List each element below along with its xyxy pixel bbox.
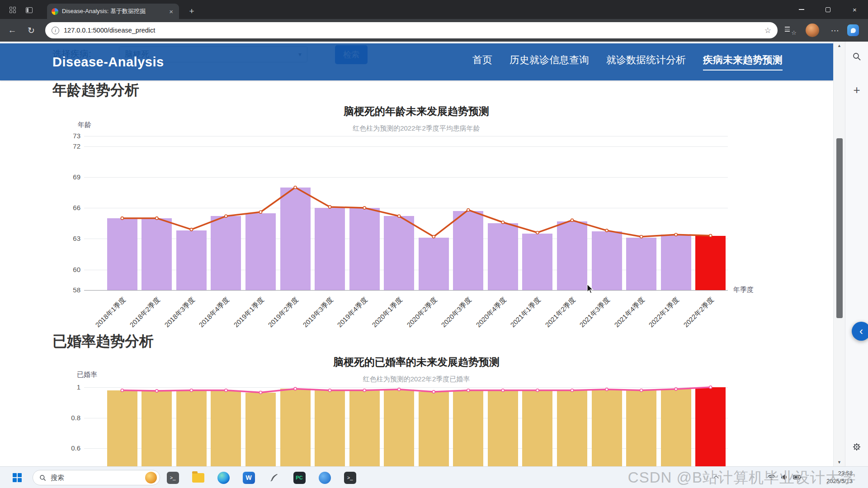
onedrive-icon[interactable] (316, 469, 334, 486)
bar[interactable] (176, 230, 207, 290)
tab-close-icon[interactable]: × (168, 8, 175, 15)
profile-avatar[interactable] (806, 23, 819, 37)
bar[interactable] (661, 235, 691, 290)
x-tick-label: 2019年4季度 (336, 296, 370, 329)
predicted-bar[interactable] (695, 387, 726, 466)
bar[interactable] (211, 390, 241, 466)
bar[interactable] (453, 390, 483, 466)
x-tick-label: 2019年3季度 (301, 296, 335, 329)
bar[interactable] (211, 216, 241, 290)
copilot-sidebar-icon[interactable] (847, 24, 859, 36)
pen-icon[interactable] (265, 469, 283, 486)
bar[interactable] (626, 238, 656, 290)
copilot-glyph (851, 28, 856, 33)
bar[interactable] (592, 389, 622, 466)
y-tick-label: 0.8 (71, 414, 80, 422)
nav-item-home[interactable]: 首页 (472, 53, 492, 70)
vertical-tabs-icon[interactable] (23, 4, 35, 16)
bar[interactable] (522, 390, 552, 466)
address-bar[interactable]: i 127.0.0.1:5000/disease_predict ☆ (45, 22, 778, 38)
x-tick-label: 2021年1季度 (509, 296, 543, 329)
tab-title: Disease-Analysis: 基于数据挖掘 (62, 7, 146, 15)
nav-item-prediction[interactable]: 疾病未来趋势预测 (703, 53, 783, 70)
bar[interactable] (315, 208, 345, 290)
scroll-down-icon[interactable]: ▼ (834, 460, 845, 465)
bar[interactable] (280, 188, 311, 290)
maximize-button[interactable] (815, 0, 841, 19)
site-favicon-icon (52, 8, 58, 15)
bar[interactable] (557, 390, 587, 466)
sidebar-add-icon[interactable]: + (849, 82, 864, 98)
bar[interactable] (384, 216, 414, 290)
bar[interactable] (142, 218, 172, 290)
bar[interactable] (592, 231, 622, 290)
terminal-icon[interactable]: >_ (341, 469, 359, 486)
age-x-axis-name: 年季度 (733, 286, 754, 294)
sidebar-settings-gear-icon[interactable] (849, 439, 864, 455)
bar[interactable] (488, 223, 518, 290)
new-tab-button[interactable]: + (185, 5, 198, 18)
file-explorer-icon[interactable] (189, 469, 207, 486)
minimize-button[interactable] (788, 0, 815, 19)
search-placeholder: 搜索 (51, 474, 64, 482)
age-chart-subtitle: 红色柱为预测的2022年2季度平均患病年龄 (105, 124, 728, 133)
predicted-bar[interactable] (695, 236, 726, 291)
bar[interactable] (557, 221, 587, 290)
browser-tab[interactable]: Disease-Analysis: 基于数据挖掘 × (47, 4, 179, 19)
x-tick-label: 2018年4季度 (198, 296, 231, 329)
bar[interactable] (107, 390, 137, 466)
nav-item-statistics[interactable]: 就诊数据统计分析 (606, 53, 686, 70)
bar[interactable] (349, 208, 380, 290)
bar[interactable] (245, 393, 276, 467)
married-chart-title: 脑梗死的已婚率的未来发展趋势预测 (105, 355, 728, 369)
word-icon[interactable]: W (240, 469, 258, 486)
bar[interactable] (384, 389, 414, 466)
search-highlight-icon[interactable] (145, 472, 157, 483)
pycharm-icon[interactable]: PC (290, 469, 308, 486)
bookmark-star-icon[interactable]: ☆ (764, 26, 771, 35)
married-section-heading: 已婚率趋势分析 (52, 332, 154, 352)
close-icon: × (853, 6, 857, 14)
x-tick-label: 2020年4季度 (474, 296, 508, 329)
bar[interactable] (107, 218, 137, 290)
bar[interactable] (419, 238, 449, 290)
page-scrollbar[interactable]: ▲ ▼ (833, 42, 845, 466)
taskbar-search-box[interactable]: 搜索 (33, 470, 160, 485)
bar[interactable] (522, 234, 552, 290)
x-tick-label: 2018年2季度 (128, 296, 162, 329)
bar[interactable] (488, 390, 518, 466)
refresh-button[interactable]: ↻ (24, 23, 39, 38)
mouse-cursor (587, 284, 597, 295)
site-info-icon[interactable]: i (52, 27, 59, 34)
scrollbar-thumb[interactable] (836, 138, 843, 318)
bar[interactable] (661, 389, 691, 466)
x-tick-label: 2022年2季度 (682, 296, 716, 329)
url-text[interactable]: 127.0.0.1:5000/disease_predict (64, 27, 155, 34)
scroll-up-icon[interactable]: ▲ (834, 43, 845, 48)
back-button[interactable]: ← (5, 23, 20, 38)
nav-item-history[interactable]: 历史就诊信息查询 (509, 53, 589, 70)
bar[interactable] (176, 390, 207, 466)
cmd-icon[interactable]: >_ (164, 469, 182, 486)
brand-logo[interactable]: Disease-Analysis (52, 55, 164, 70)
close-button[interactable]: × (841, 0, 868, 19)
favorites-hub-icon[interactable]: ☆ (785, 25, 796, 35)
bar[interactable] (626, 390, 656, 466)
bar[interactable] (315, 390, 345, 466)
y-tick-label: 0.6 (71, 444, 80, 452)
bar[interactable] (349, 390, 380, 466)
bar[interactable] (453, 211, 483, 290)
x-tick-label: 2020年2季度 (405, 296, 439, 329)
sidebar-expand-button[interactable]: ‹ (852, 322, 868, 341)
sidebar-search-icon[interactable] (849, 49, 864, 64)
bar[interactable] (245, 213, 276, 291)
bar[interactable] (142, 391, 172, 466)
settings-menu-icon[interactable]: ⋯ (828, 23, 842, 38)
bar[interactable] (419, 392, 449, 466)
vertical-tabs-glyph (26, 7, 33, 13)
tab-actions-icon[interactable] (6, 4, 19, 16)
site-navbar: Disease-Analysis 首页 历史就诊信息查询 就诊数据统计分析 疾病… (0, 43, 833, 80)
start-button[interactable] (13, 473, 22, 482)
edge-icon[interactable] (214, 469, 232, 486)
bar[interactable] (280, 389, 311, 466)
